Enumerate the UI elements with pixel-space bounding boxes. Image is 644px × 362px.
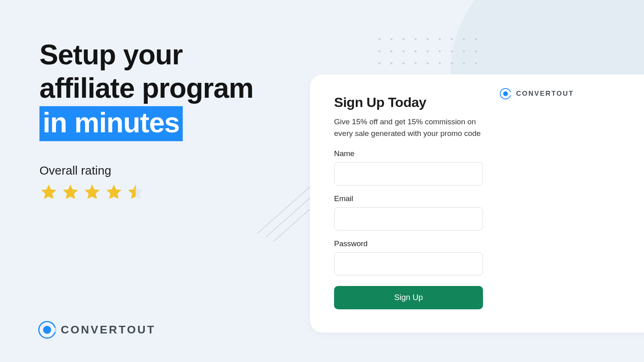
brand-logo-footer: CONVERTOUT [38, 321, 156, 339]
brand-name: CONVERTOUT [516, 90, 574, 98]
brand-name: CONVERTOUT [61, 323, 156, 336]
brand-mark-icon [38, 321, 56, 339]
star-icon [39, 183, 58, 202]
signup-subtitle: Give 15% off and get 15% commission on e… [334, 116, 483, 140]
name-input[interactable] [334, 162, 483, 185]
signup-card: CONVERTOUT Sign Up Today Give 15% off an… [310, 74, 644, 333]
email-input[interactable] [334, 207, 483, 230]
signup-form: Name Email Password Sign Up [334, 149, 483, 309]
star-icon [61, 183, 80, 202]
rating-block: Overall rating [39, 164, 301, 202]
rating-label: Overall rating [39, 164, 301, 177]
star-icon [126, 183, 145, 202]
hero-headline: Setup your affiliate program in minutes [39, 38, 301, 141]
rating-stars [39, 183, 301, 202]
email-label: Email [334, 194, 483, 203]
hero-section: Setup your affiliate program in minutes … [39, 38, 301, 202]
password-label: Password [334, 239, 483, 248]
name-label: Name [334, 149, 483, 158]
brand-mark-icon [500, 88, 511, 99]
hero-headline-line2: affiliate program [39, 72, 301, 105]
star-icon [83, 183, 101, 202]
password-input[interactable] [334, 252, 483, 276]
signup-title: Sign Up Today [334, 95, 644, 110]
background-dot-grid [378, 38, 477, 65]
hero-headline-line1: Setup your [39, 38, 301, 72]
hero-headline-highlight: in minutes [39, 106, 183, 141]
star-icon [105, 183, 123, 202]
brand-logo-card: CONVERTOUT [500, 88, 574, 99]
signup-button[interactable]: Sign Up [334, 286, 483, 309]
